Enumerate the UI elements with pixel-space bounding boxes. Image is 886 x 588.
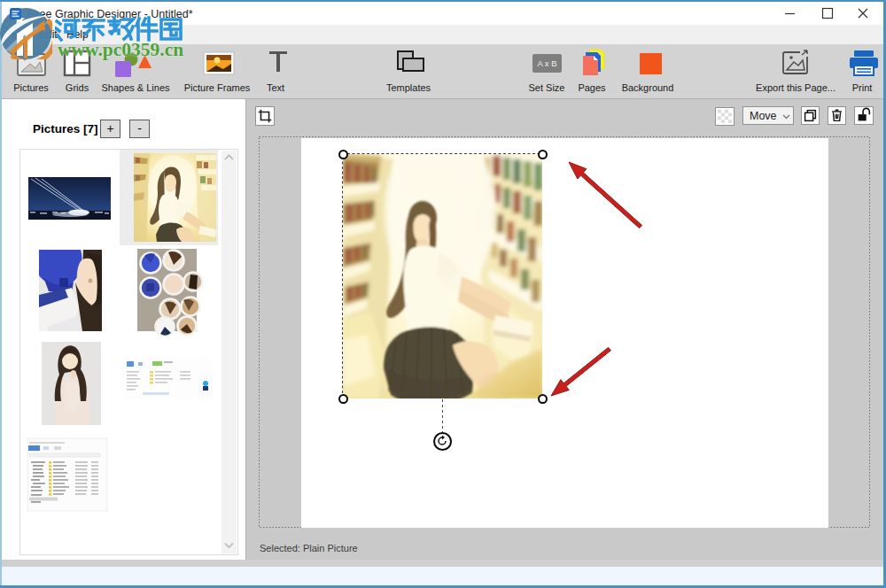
svg-text:A x B: A x B (537, 58, 556, 68)
